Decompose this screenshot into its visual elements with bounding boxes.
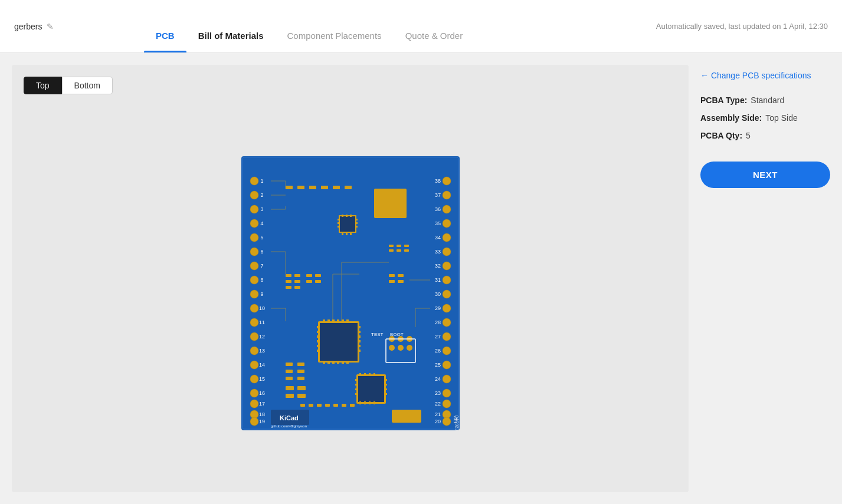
svg-rect-86 bbox=[317, 350, 320, 352]
svg-point-171 bbox=[398, 345, 404, 351]
svg-text:1: 1 bbox=[260, 178, 263, 184]
svg-rect-90 bbox=[358, 340, 361, 342]
svg-text:22: 22 bbox=[434, 401, 440, 407]
svg-rect-129 bbox=[286, 274, 291, 277]
svg-point-35 bbox=[443, 375, 451, 383]
svg-point-15 bbox=[250, 361, 258, 369]
svg-rect-182 bbox=[340, 216, 355, 232]
svg-rect-151 bbox=[317, 404, 322, 407]
svg-text:34: 34 bbox=[434, 235, 440, 241]
tab-quote[interactable]: Quote & Order bbox=[394, 0, 475, 52]
svg-rect-190 bbox=[346, 215, 348, 217]
svg-point-28 bbox=[443, 276, 451, 284]
svg-text:04/2023: 04/2023 bbox=[455, 416, 459, 430]
svg-rect-139 bbox=[286, 363, 293, 366]
svg-rect-147 bbox=[286, 394, 294, 398]
pcba-qty-value: 5 bbox=[746, 131, 751, 140]
svg-text:11: 11 bbox=[258, 319, 264, 325]
svg-rect-140 bbox=[297, 363, 304, 366]
auto-save-status: Automatically saved, last updated on 1 A… bbox=[656, 22, 828, 31]
svg-rect-87 bbox=[358, 326, 361, 328]
svg-point-25 bbox=[443, 233, 451, 242]
svg-rect-102 bbox=[337, 361, 339, 364]
svg-point-26 bbox=[443, 248, 451, 256]
svg-text:KiCad: KiCad bbox=[280, 414, 299, 421]
assembly-side-row: Assembly Side: Top Side bbox=[700, 113, 830, 123]
tab-pcb[interactable]: PCB bbox=[144, 0, 186, 52]
svg-rect-103 bbox=[342, 361, 344, 364]
svg-text:36: 36 bbox=[434, 206, 440, 212]
svg-rect-89 bbox=[358, 335, 361, 338]
svg-text:30: 30 bbox=[434, 291, 440, 297]
svg-text:2: 2 bbox=[260, 192, 263, 198]
svg-point-9 bbox=[250, 276, 258, 284]
svg-point-27 bbox=[443, 262, 451, 270]
svg-rect-109 bbox=[355, 388, 358, 390]
svg-point-31 bbox=[443, 318, 451, 327]
svg-rect-123 bbox=[286, 186, 293, 189]
svg-text:33: 33 bbox=[434, 249, 440, 255]
svg-rect-148 bbox=[297, 394, 306, 398]
svg-rect-116 bbox=[364, 373, 366, 376]
tab-bom[interactable]: Bill of Materials bbox=[186, 0, 276, 52]
svg-text:19: 19 bbox=[258, 419, 264, 424]
svg-rect-84 bbox=[317, 340, 320, 342]
svg-rect-157 bbox=[398, 274, 404, 277]
title-area: gerbers ✎ bbox=[14, 22, 132, 31]
svg-rect-136 bbox=[315, 274, 321, 277]
svg-point-36 bbox=[443, 389, 451, 397]
svg-rect-82 bbox=[317, 331, 320, 333]
svg-rect-107 bbox=[355, 379, 358, 381]
svg-point-170 bbox=[389, 345, 395, 351]
svg-text:github.com/v8ightywon: github.com/v8ightywon bbox=[271, 424, 307, 428]
svg-text:10: 10 bbox=[258, 305, 264, 311]
svg-rect-124 bbox=[297, 186, 304, 189]
svg-point-172 bbox=[407, 345, 412, 351]
svg-rect-191 bbox=[350, 215, 352, 217]
svg-point-39 bbox=[443, 417, 451, 426]
svg-rect-155 bbox=[350, 404, 355, 407]
assembly-side-label: Assembly Side: bbox=[700, 113, 762, 123]
svg-rect-186 bbox=[355, 219, 358, 220]
svg-point-11 bbox=[250, 304, 258, 312]
project-name: gerbers bbox=[14, 22, 42, 31]
svg-text:18: 18 bbox=[258, 411, 264, 417]
svg-rect-99 bbox=[323, 361, 325, 364]
svg-rect-193 bbox=[346, 233, 348, 235]
svg-rect-119 bbox=[359, 401, 361, 404]
svg-rect-156 bbox=[389, 274, 395, 277]
svg-rect-160 bbox=[389, 245, 394, 247]
svg-rect-78 bbox=[374, 189, 407, 218]
svg-point-30 bbox=[443, 304, 451, 312]
tab-placements[interactable]: Component Placements bbox=[276, 0, 394, 52]
svg-point-32 bbox=[443, 332, 451, 341]
edit-icon[interactable]: ✎ bbox=[47, 22, 54, 31]
change-pcb-link[interactable]: ← Change PCB specifications bbox=[700, 71, 830, 80]
next-button[interactable]: NEXT bbox=[700, 162, 830, 188]
svg-rect-137 bbox=[306, 280, 312, 283]
svg-rect-98 bbox=[346, 319, 349, 322]
svg-text:21: 21 bbox=[434, 411, 440, 417]
view-toggle: Top Bottom bbox=[24, 77, 113, 94]
svg-point-2 bbox=[250, 177, 258, 185]
svg-rect-113 bbox=[384, 388, 387, 390]
svg-point-5 bbox=[250, 219, 258, 228]
svg-point-22 bbox=[443, 191, 451, 199]
svg-rect-183 bbox=[338, 219, 340, 220]
svg-text:37: 37 bbox=[434, 192, 440, 198]
svg-rect-100 bbox=[327, 361, 330, 364]
pcb-image-container: 1 2 3 4 5 6 7 8 9 10 11 12 13 14 15 16 1 bbox=[24, 106, 677, 480]
nav-tabs: PCB Bill of Materials Component Placemen… bbox=[132, 0, 656, 52]
svg-text:20: 20 bbox=[434, 419, 440, 424]
svg-rect-91 bbox=[358, 345, 361, 347]
svg-text:24: 24 bbox=[434, 376, 440, 382]
svg-rect-141 bbox=[286, 370, 293, 373]
svg-text:6: 6 bbox=[260, 249, 263, 255]
top-view-button[interactable]: Top bbox=[24, 77, 62, 94]
svg-rect-92 bbox=[358, 350, 361, 352]
svg-point-10 bbox=[250, 290, 258, 298]
svg-rect-97 bbox=[342, 319, 344, 322]
svg-point-16 bbox=[250, 375, 258, 383]
svg-rect-94 bbox=[327, 319, 330, 322]
bottom-view-button[interactable]: Bottom bbox=[62, 77, 113, 94]
